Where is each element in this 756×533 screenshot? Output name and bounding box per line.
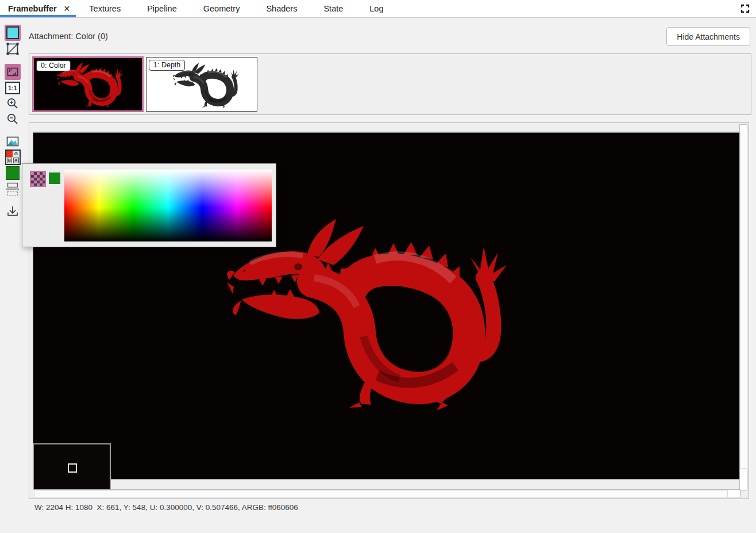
background-none-button[interactable] (5, 41, 21, 57)
fit-icon (6, 66, 19, 78)
tab-framebuffer-label: Framebuffer (8, 4, 57, 13)
fit-to-window-button[interactable] (5, 64, 21, 80)
tab-geometry[interactable]: Geometry (190, 0, 253, 17)
horizontal-scrollbar[interactable] (33, 489, 740, 497)
tab-shaders[interactable]: Shaders (253, 0, 310, 17)
one-to-one-icon: 1:1 (5, 82, 20, 94)
minimap-view-indicator[interactable] (68, 463, 77, 473)
tab-geometry-label: Geometry (203, 4, 240, 13)
image-icon (6, 135, 20, 148)
tab-framebuffer[interactable]: Framebuffer ✕ (0, 0, 76, 17)
attachment-thumb-depth-label: 1: Depth (149, 60, 185, 71)
framebuffer-window: Framebuffer ✕ Textures Pipeline Geometry… (0, 0, 756, 533)
tab-textures[interactable]: Textures (76, 0, 134, 17)
left-toolbar: 1:1 G (0, 18, 28, 512)
zoom-out-button[interactable] (5, 111, 21, 127)
tab-shaders-label: Shaders (266, 4, 297, 13)
download-icon (6, 205, 20, 218)
tab-pipeline-label: Pipeline (147, 4, 177, 13)
fullscreen-icon[interactable] (740, 3, 750, 14)
color-gradient-field[interactable] (64, 170, 272, 241)
zoom-in-icon (6, 97, 20, 110)
green-swatch-icon (6, 166, 20, 180)
attachments-strip: 0: Color 1: Depth (29, 53, 751, 115)
vertical-scroll-thumb[interactable] (740, 132, 747, 469)
color-picker-popup (22, 163, 276, 247)
channel-select-button[interactable]: G B A (5, 149, 21, 165)
background-color-swatch-button[interactable] (5, 25, 21, 41)
status-bar-info: W: 2204 H: 1080 X: 661, Y: 548, U: 0.300… (34, 503, 298, 512)
vertical-scrollbar[interactable] (739, 124, 747, 490)
cyan-swatch-icon (6, 26, 19, 39)
rgba-channels-icon: G B A (5, 149, 21, 165)
tab-state-label: State (323, 4, 343, 13)
transparent-checker-swatch[interactable] (30, 171, 46, 187)
attachment-thumb-color-label: 0: Color (36, 60, 71, 71)
zoom-in-button[interactable] (5, 95, 21, 112)
attachment-thumb-depth[interactable]: 1: Depth (146, 57, 257, 112)
attachment-label: Attachment: Color (0) (29, 32, 108, 41)
zoom-out-icon (6, 112, 20, 126)
solid-green-swatch[interactable] (49, 172, 60, 184)
tab-log[interactable]: Log (356, 0, 396, 17)
tab-bar: Framebuffer ✕ Textures Pipeline Geometry… (0, 0, 756, 18)
flip-icon (6, 182, 20, 197)
image-overlay-button[interactable] (5, 133, 21, 149)
tab-pipeline[interactable]: Pipeline (134, 0, 190, 17)
close-icon[interactable]: ✕ (64, 4, 71, 13)
crossed-square-icon (6, 42, 20, 56)
horizontal-scroll-thumb[interactable] (34, 490, 728, 497)
attachment-thumb-color[interactable]: 0: Color (32, 56, 144, 112)
tab-log-label: Log (369, 4, 383, 13)
tab-state[interactable]: State (310, 0, 356, 17)
actual-size-button[interactable]: 1:1 (5, 80, 21, 96)
flip-vertical-button[interactable] (5, 181, 21, 197)
tab-textures-label: Textures (89, 4, 121, 13)
minimap[interactable] (33, 443, 111, 490)
color-green-swatch-button[interactable] (5, 165, 21, 181)
hide-attachments-button[interactable]: Hide Attachments (666, 27, 750, 46)
save-image-button[interactable] (5, 204, 21, 220)
